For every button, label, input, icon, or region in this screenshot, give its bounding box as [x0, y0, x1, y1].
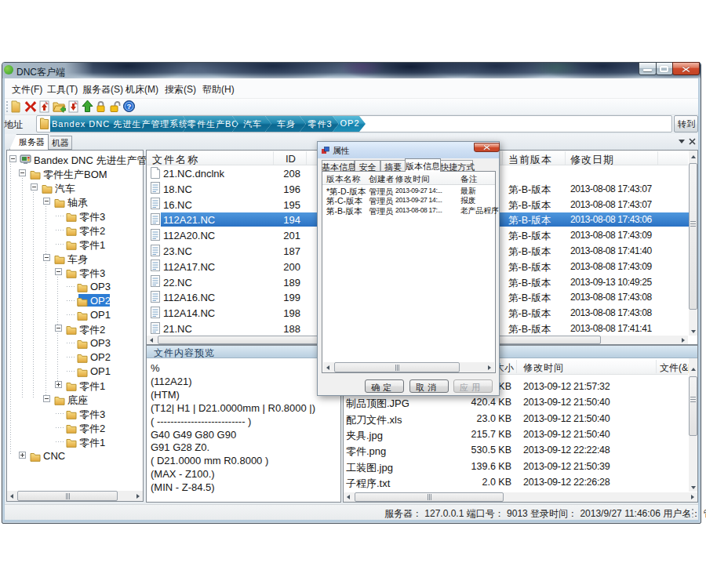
svg-text:?: ?	[127, 102, 132, 111]
